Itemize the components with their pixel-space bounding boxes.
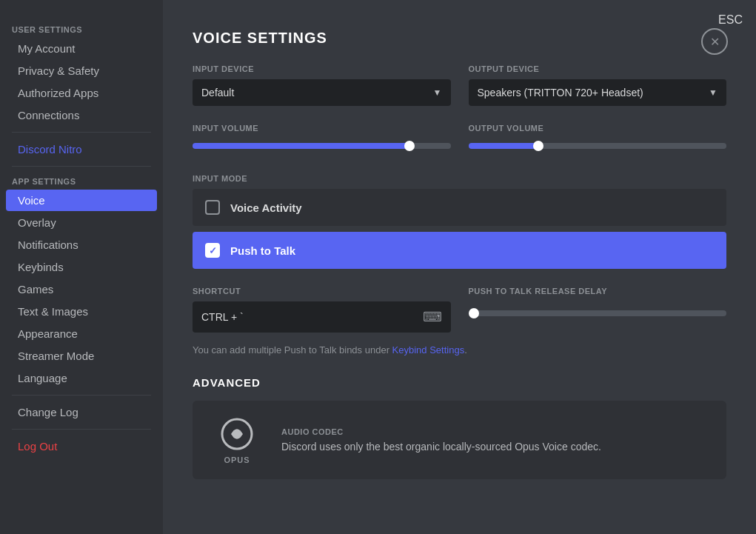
ptt-delay-track[interactable]: [469, 310, 727, 316]
sidebar-item-keybinds[interactable]: Keybinds: [6, 256, 157, 278]
sidebar-item-overlay[interactable]: Overlay: [6, 212, 157, 233]
output-volume-track[interactable]: [469, 143, 727, 149]
input-volume-label: INPUT VOLUME: [193, 124, 451, 133]
codec-label: AUDIO CODEC: [281, 427, 712, 436]
shortcut-value: CTRL + `: [201, 311, 423, 323]
opus-logo-text: opus: [224, 455, 250, 464]
ptt-delay-thumb[interactable]: [469, 308, 479, 318]
push-to-talk-option[interactable]: Push to Talk: [193, 232, 726, 269]
divider-1: [12, 132, 151, 133]
ptt-delay-label: PUSH TO TALK RELEASE DELAY: [469, 287, 727, 296]
hint-text-before: You can add multiple Push to Talk binds …: [193, 344, 392, 356]
shortcut-row: SHORTCUT CTRL + ` ⌨ PUSH TO TALK RELEASE…: [193, 287, 726, 333]
sidebar-item-text-images[interactable]: Text & Images: [6, 301, 157, 322]
voice-activity-checkbox: [205, 200, 220, 215]
close-icon: ✕: [710, 35, 720, 49]
shortcut-label: SHORTCUT: [193, 287, 451, 296]
input-device-label: INPUT DEVICE: [193, 64, 451, 73]
shortcut-col: SHORTCUT CTRL + ` ⌨: [193, 287, 451, 333]
sidebar-item-games[interactable]: Games: [6, 278, 157, 300]
divider-4: [12, 429, 151, 430]
codec-description: Discord uses only the best organic local…: [281, 441, 712, 453]
input-volume-col: INPUT VOLUME: [193, 124, 451, 153]
codec-info: AUDIO CODEC Discord uses only the best o…: [281, 427, 712, 453]
advanced-title: ADVANCED: [193, 376, 726, 389]
input-device-col: INPUT DEVICE Default Microphone (TRITTON…: [193, 64, 451, 106]
input-mode-section: INPUT MODE Voice Activity Push to Talk: [193, 174, 726, 269]
sidebar-item-notifications[interactable]: Notifications: [6, 234, 157, 256]
device-row: INPUT DEVICE Default Microphone (TRITTON…: [193, 64, 726, 106]
opus-logo-svg: [215, 415, 259, 453]
sidebar-item-discord-nitro[interactable]: Discord Nitro: [6, 138, 157, 160]
app-settings-label: APP SETTINGS: [0, 173, 163, 189]
sidebar-item-log-out[interactable]: Log Out: [6, 435, 157, 457]
sidebar-item-change-log[interactable]: Change Log: [6, 401, 157, 423]
input-device-select-wrap: Default Microphone (TRITTON 720+ Headset…: [193, 79, 451, 106]
keybind-settings-link[interactable]: Keybind Settings: [392, 344, 465, 356]
push-to-talk-label: Push to Talk: [230, 244, 295, 257]
sidebar-item-my-account[interactable]: My Account: [6, 38, 157, 59]
hint-text: You can add multiple Push to Talk binds …: [193, 344, 726, 356]
input-volume-thumb[interactable]: [404, 141, 415, 151]
voice-activity-option[interactable]: Voice Activity: [193, 189, 726, 226]
user-settings-label: USER SETTINGS: [0, 21, 163, 37]
ptt-delay-slider-wrap: [469, 306, 727, 321]
sidebar-item-voice[interactable]: Voice: [6, 190, 157, 211]
ptt-delay-col: PUSH TO TALK RELEASE DELAY: [469, 287, 727, 333]
output-device-col: OUTPUT DEVICE Default Speakers (TRITTON …: [469, 64, 727, 106]
sidebar-item-appearance[interactable]: Appearance: [6, 323, 157, 344]
esc-label: ESC: [718, 13, 743, 27]
output-device-label: OUTPUT DEVICE: [469, 64, 727, 73]
close-button[interactable]: ✕: [701, 28, 728, 55]
input-volume-slider-wrap: [193, 138, 451, 153]
input-device-select[interactable]: Default Microphone (TRITTON 720+ Headset…: [193, 79, 451, 106]
voice-activity-label: Voice Activity: [230, 201, 302, 214]
hint-text-after: .: [464, 344, 467, 356]
opus-logo: opus: [207, 415, 267, 464]
output-volume-label: OUTPUT VOLUME: [469, 124, 727, 133]
sidebar-item-streamer-mode[interactable]: Streamer Mode: [6, 345, 157, 367]
keyboard-icon[interactable]: ⌨: [423, 309, 442, 325]
input-volume-track[interactable]: [193, 143, 451, 149]
sidebar-item-authorized-apps[interactable]: Authorized Apps: [6, 82, 157, 104]
codec-card: opus AUDIO CODEC Discord uses only the b…: [193, 401, 726, 479]
output-device-select-wrap: Default Speakers (TRITTON 720+ Headset) …: [469, 79, 727, 106]
page-title: VOICE SETTINGS: [193, 30, 726, 47]
input-mode-label: INPUT MODE: [193, 174, 726, 183]
sidebar: USER SETTINGS My Account Privacy & Safet…: [0, 0, 163, 534]
divider-2: [12, 166, 151, 167]
main-content: ✕ ESC VOICE SETTINGS INPUT DEVICE Defaul…: [163, 0, 756, 534]
sidebar-item-language[interactable]: Language: [6, 367, 157, 389]
volume-row: INPUT VOLUME OUTPUT VOLUME: [193, 124, 726, 153]
push-to-talk-checkbox: [205, 243, 220, 258]
output-device-select[interactable]: Default Speakers (TRITTON 720+ Headset) …: [469, 79, 727, 106]
shortcut-input-wrap[interactable]: CTRL + ` ⌨: [193, 301, 451, 333]
close-area: ✕ ESC: [718, 13, 743, 27]
output-volume-slider-wrap: [469, 138, 727, 153]
output-volume-thumb[interactable]: [533, 141, 543, 151]
sidebar-item-privacy-safety[interactable]: Privacy & Safety: [6, 60, 157, 81]
sidebar-item-connections[interactable]: Connections: [6, 104, 157, 126]
divider-3: [12, 395, 151, 396]
output-volume-col: OUTPUT VOLUME: [469, 124, 727, 153]
